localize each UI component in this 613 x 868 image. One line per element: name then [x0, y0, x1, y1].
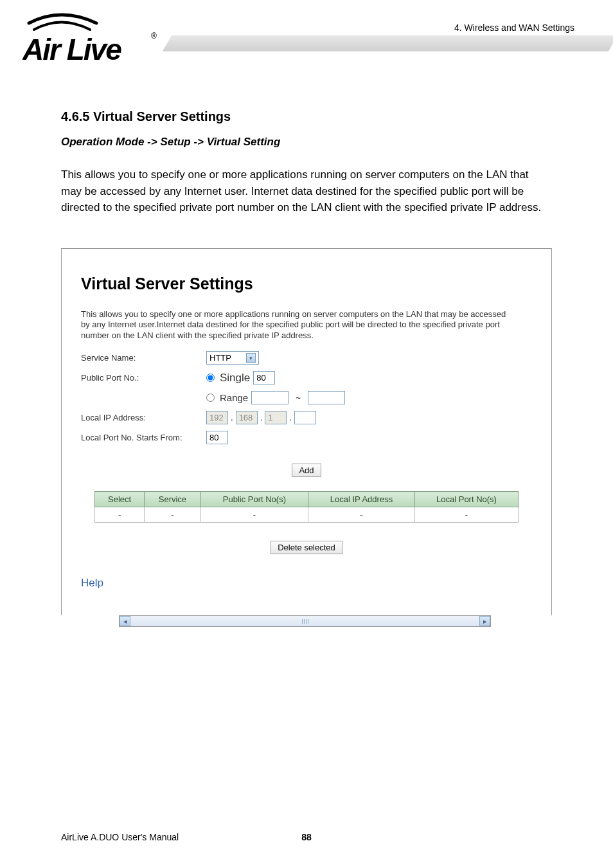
- th-service: Service: [145, 492, 201, 507]
- td-empty: -: [308, 507, 415, 523]
- th-select: Select: [95, 492, 145, 507]
- service-name-label: Service Name:: [81, 353, 206, 363]
- section-title: 4.6.5 Virtual Server Settings: [61, 109, 552, 124]
- table-row: - - - - -: [95, 507, 519, 523]
- scroll-right-icon[interactable]: ▸: [479, 616, 490, 626]
- page-number: 88: [301, 832, 312, 842]
- virtual-server-table: Select Service Public Port No(s) Local I…: [94, 491, 519, 523]
- single-radio-label: Single: [220, 372, 250, 383]
- local-port-start-label: Local Port No. Starts From:: [81, 433, 206, 442]
- header-stripe: [163, 35, 613, 51]
- ip-input-group: . . .: [206, 411, 316, 424]
- service-name-select[interactable]: HTTP ▾: [206, 351, 259, 365]
- horizontal-scrollbar[interactable]: ◂ ▸: [119, 615, 491, 627]
- range-tilde: ~: [296, 393, 301, 402]
- delete-selected-button[interactable]: Delete selected: [271, 541, 342, 554]
- ip-octet-4[interactable]: [294, 411, 316, 424]
- td-empty: -: [414, 507, 518, 523]
- page-header: 4. Wireless and WAN Settings Air Live ®: [0, 0, 613, 84]
- ip-dot: .: [231, 413, 233, 422]
- th-local-ip: Local IP Address: [308, 492, 415, 507]
- range-from-input[interactable]: [251, 391, 289, 404]
- local-ip-label: Local IP Address:: [81, 413, 206, 422]
- scrollbar-grip: [298, 618, 312, 624]
- public-port-label: Public Port No.:: [81, 373, 206, 383]
- scroll-left-icon[interactable]: ◂: [120, 616, 130, 626]
- single-radio[interactable]: [206, 374, 215, 382]
- ip-dot: .: [260, 413, 263, 422]
- footer-manual: AirLive A.DUO User's Manual: [61, 832, 179, 842]
- add-button[interactable]: Add: [292, 464, 321, 477]
- help-link[interactable]: Help: [81, 577, 103, 590]
- range-to-input[interactable]: [308, 391, 345, 404]
- local-port-input[interactable]: [206, 431, 228, 444]
- td-empty: -: [95, 507, 145, 523]
- ip-octet-3[interactable]: [265, 411, 287, 424]
- ip-octet-1[interactable]: [206, 411, 228, 424]
- chevron-down-icon: ▾: [246, 353, 256, 363]
- svg-text:Air Live: Air Live: [22, 33, 121, 66]
- range-radio[interactable]: [206, 393, 215, 402]
- logo: Air Live ®: [22, 12, 157, 72]
- panel-description: This allows you to specify one or more a…: [81, 309, 532, 342]
- td-empty: -: [200, 507, 308, 523]
- settings-panel: Virtual Server Settings This allows you …: [61, 248, 552, 616]
- ip-dot: .: [289, 413, 292, 422]
- range-radio-label: Range: [220, 392, 248, 403]
- svg-text:®: ®: [151, 32, 157, 41]
- td-empty: -: [145, 507, 201, 523]
- single-port-input[interactable]: [253, 371, 275, 384]
- ip-octet-2[interactable]: [236, 411, 258, 424]
- operation-path: Operation Mode -> Setup -> Virtual Setti…: [61, 136, 552, 149]
- service-select-value: HTTP: [209, 353, 231, 363]
- breadcrumb: 4. Wireless and WAN Settings: [454, 23, 574, 33]
- th-local-port: Local Port No(s): [414, 492, 518, 507]
- page-footer: AirLive A.DUO User's Manual 88: [61, 832, 552, 842]
- th-public-port: Public Port No(s): [200, 492, 308, 507]
- intro-text: This allows you to specify one or more a…: [61, 167, 552, 216]
- panel-title: Virtual Server Settings: [81, 275, 532, 293]
